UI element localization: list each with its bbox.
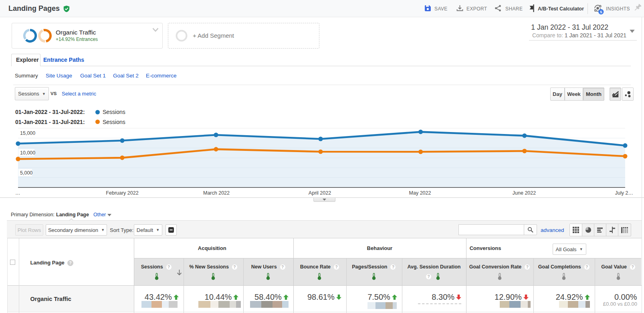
svg-text:May 2022: May 2022 — [409, 190, 431, 196]
svg-text:February 2022: February 2022 — [106, 190, 138, 196]
svg-text:March 2022: March 2022 — [203, 190, 230, 196]
svg-text:15,000: 15,000 — [20, 130, 35, 136]
svg-text:10,000: 10,000 — [20, 150, 35, 156]
svg-text:April 2022: April 2022 — [309, 190, 331, 196]
svg-text:June 2022: June 2022 — [513, 190, 536, 196]
svg-text:5: 5 — [600, 10, 602, 14]
svg-text:…: … — [15, 190, 20, 196]
svg-text:July 2…: July 2… — [615, 190, 633, 196]
svg-text:5,000: 5,000 — [20, 170, 32, 176]
